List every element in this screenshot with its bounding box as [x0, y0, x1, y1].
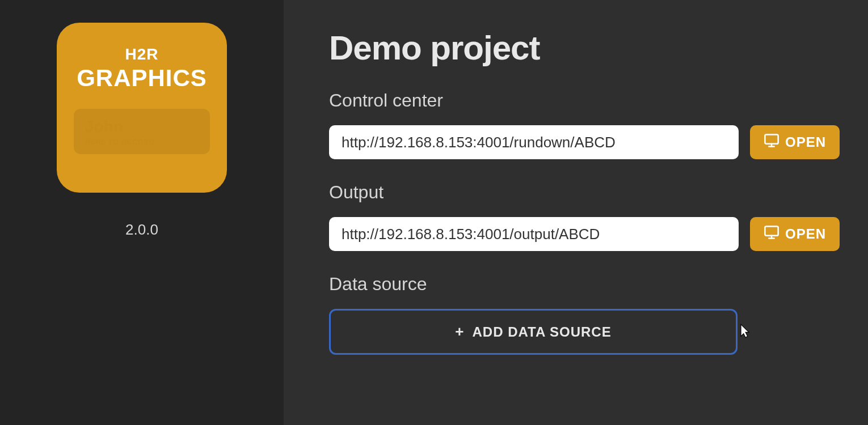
main-panel: Demo project Control center OPEN Output — [284, 0, 868, 425]
logo-badge-subtitle: HERE TO RECORD — [85, 138, 199, 146]
open-label: OPEN — [785, 226, 826, 242]
monitor-icon — [764, 224, 779, 244]
output-row: OPEN — [329, 217, 840, 251]
app-logo-card: H2R GRAPHICS John HERE TO RECORD — [57, 23, 227, 193]
data-source-heading: Data source — [329, 274, 840, 295]
output-url-input[interactable] — [329, 217, 739, 251]
output-heading: Output — [329, 182, 840, 203]
sidebar: H2R GRAPHICS John HERE TO RECORD 2.0.0 — [0, 0, 284, 425]
plus-icon: + — [455, 323, 464, 341]
logo-line-2: GRAPHICS — [77, 65, 207, 92]
control-center-row: OPEN — [329, 125, 840, 159]
cursor-pointer-icon — [737, 323, 753, 339]
logo-badge-name: John — [85, 118, 199, 136]
logo-line-1: H2R — [125, 45, 158, 63]
control-center-url-input[interactable] — [329, 125, 739, 159]
svg-rect-0 — [765, 135, 778, 144]
project-title: Demo project — [329, 28, 840, 67]
control-center-open-button[interactable]: OPEN — [750, 125, 840, 159]
control-center-heading: Control center — [329, 90, 840, 111]
add-data-source-label: ADD DATA SOURCE — [472, 324, 611, 340]
logo-badge: John HERE TO RECORD — [74, 109, 210, 154]
monitor-icon — [764, 133, 779, 152]
output-open-button[interactable]: OPEN — [750, 217, 840, 251]
svg-rect-3 — [765, 227, 778, 236]
open-label: OPEN — [785, 134, 826, 150]
app-version: 2.0.0 — [125, 221, 158, 239]
add-data-source-button[interactable]: + ADD DATA SOURCE — [329, 309, 738, 355]
